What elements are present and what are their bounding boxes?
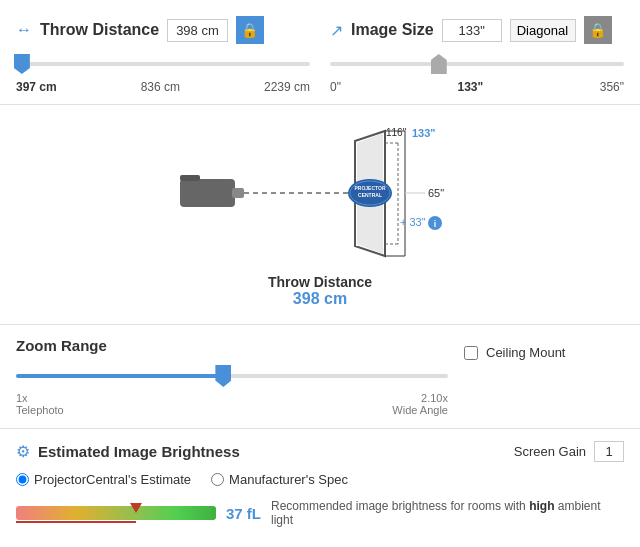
brightness-description: Recommended image brightness for rooms w…	[271, 499, 624, 527]
zoom-min-value: 1x	[16, 392, 64, 404]
brightness-title-group: ⚙ Estimated Image Brightness	[16, 442, 240, 461]
zoom-min-sub: Telephoto	[16, 404, 64, 416]
brightness-indicator	[130, 503, 142, 513]
ceiling-mount-group: Ceiling Mount	[464, 337, 624, 360]
screen-gain-group: Screen Gain 1	[514, 441, 624, 462]
zoom-max-group: 2.10x Wide Angle	[392, 392, 448, 416]
throw-distance-header: ↔ Throw Distance 398 cm 🔒	[16, 16, 310, 44]
ceiling-mount-checkbox[interactable]	[464, 346, 478, 360]
zoom-slider[interactable]	[16, 364, 448, 388]
logo-text-1: PROJECTOR	[354, 185, 385, 191]
zoom-labels: 1x Telephoto 2.10x Wide Angle	[16, 392, 448, 416]
image-size-unit-select[interactable]: Diagonal Width Height	[510, 19, 576, 42]
image-size-lock-button[interactable]: 🔒	[584, 16, 612, 44]
projection-diagram: PROJECTOR CENTRAL 133" 116" 65" + 33" i	[170, 121, 470, 266]
estimate-radio-group: ProjectorCentral's Estimate Manufacturer…	[16, 472, 624, 487]
image-size-labels: 0" 133" 356"	[330, 80, 624, 94]
throw-distance-thumb[interactable]	[14, 54, 30, 74]
image-size-min: 0"	[330, 80, 341, 94]
throw-distance-mid: 836 cm	[141, 80, 180, 94]
estimate-radio-label-2: Manufacturer's Spec	[229, 472, 348, 487]
brightness-value: 37 fL	[226, 505, 261, 522]
estimate-radio-input-1[interactable]	[16, 473, 29, 486]
info-icon-text: i	[434, 219, 437, 229]
throw-distance-max: 2239 cm	[264, 80, 310, 94]
brightness-underline	[16, 521, 136, 523]
projector-top	[180, 175, 200, 181]
zoom-max-value: 2.10x	[392, 392, 448, 404]
estimate-radio-label-1: ProjectorCentral's Estimate	[34, 472, 191, 487]
brightness-header: ⚙ Estimated Image Brightness Screen Gain…	[16, 441, 624, 462]
zoom-track	[16, 374, 448, 378]
throw-distance-labels: 397 cm 836 cm 2239 cm	[16, 80, 310, 94]
projector-central-estimate-radio[interactable]: ProjectorCentral's Estimate	[16, 472, 191, 487]
brightness-section: ⚙ Estimated Image Brightness Screen Gain…	[0, 429, 640, 539]
zoom-range-label: Zoom Range	[16, 337, 448, 354]
throw-distance-min: 397 cm	[16, 80, 57, 94]
throw-distance-icon: ↔	[16, 21, 32, 39]
projector-lens	[232, 188, 244, 198]
image-size-label: Image Size	[351, 21, 434, 39]
brightness-gradient	[16, 506, 216, 520]
image-size-thumb[interactable]	[431, 54, 447, 74]
image-size-header-row: ↗ Image Size	[330, 21, 434, 40]
throw-distance-slider[interactable]	[16, 54, 310, 74]
manufacturer-spec-radio[interactable]: Manufacturer's Spec	[211, 472, 348, 487]
estimate-radio-input-2[interactable]	[211, 473, 224, 486]
dim-plus33-label: + 33"	[400, 216, 426, 228]
image-size-icon: ↗	[330, 21, 343, 40]
throw-distance-diagram-label: Throw Distance 398 cm	[170, 274, 470, 308]
brightness-title: Estimated Image Brightness	[38, 443, 240, 460]
zoom-section: Zoom Range 1x Telephoto 2.10x Wide Angle…	[0, 325, 640, 429]
brightness-bold-text: high	[529, 499, 554, 513]
throw-distance-label: Throw Distance	[40, 21, 159, 39]
projector-body	[180, 179, 235, 207]
brightness-bar	[16, 506, 216, 520]
dim-65-label: 65"	[428, 187, 444, 199]
throw-distance-value[interactable]: 398 cm	[167, 19, 228, 42]
brightness-bar-container: 37 fL Recommended image brightness for r…	[16, 499, 624, 527]
throw-distance-group: ↔ Throw Distance 398 cm 🔒 397 cm 836 cm …	[16, 16, 310, 94]
zoom-max-sub: Wide Angle	[392, 404, 448, 416]
zoom-left: Zoom Range 1x Telephoto 2.10x Wide Angle	[16, 337, 448, 416]
logo-text-2: CENTRAL	[358, 192, 382, 198]
zoom-fill	[16, 374, 223, 378]
throw-distance-diagram-title: Throw Distance	[170, 274, 470, 290]
screen-gain-label: Screen Gain	[514, 444, 586, 459]
image-size-mid: 133"	[457, 80, 483, 94]
screen-gain-value[interactable]: 1	[594, 441, 624, 462]
diagram-section: PROJECTOR CENTRAL 133" 116" 65" + 33" i …	[0, 105, 640, 325]
image-size-header: ↗ Image Size 133" Diagonal Width Height …	[330, 16, 624, 44]
throw-distance-diagram-value: 398 cm	[170, 290, 470, 308]
image-size-track	[330, 62, 624, 66]
throw-distance-track	[16, 62, 310, 66]
zoom-min-group: 1x Telephoto	[16, 392, 64, 416]
image-size-slider[interactable]	[330, 54, 624, 74]
image-size-value[interactable]: 133"	[442, 19, 502, 42]
top-controls: ↔ Throw Distance 398 cm 🔒 397 cm 836 cm …	[0, 0, 640, 105]
dim-133-label: 133"	[412, 127, 436, 139]
zoom-thumb[interactable]	[215, 365, 231, 387]
dim-116-label: 116"	[386, 127, 407, 138]
gear-icon: ⚙	[16, 442, 30, 461]
image-size-group: ↗ Image Size 133" Diagonal Width Height …	[330, 16, 624, 94]
throw-distance-lock-button[interactable]: 🔒	[236, 16, 264, 44]
diagram-wrapper: PROJECTOR CENTRAL 133" 116" 65" + 33" i …	[170, 121, 470, 308]
image-size-max: 356"	[600, 80, 624, 94]
ceiling-mount-label: Ceiling Mount	[486, 345, 566, 360]
